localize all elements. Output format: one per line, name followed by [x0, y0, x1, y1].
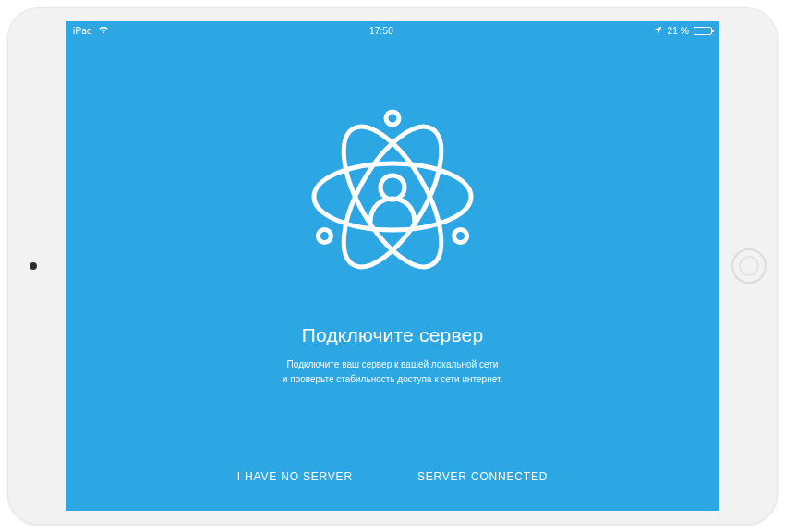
battery-icon: [694, 27, 712, 35]
svg-point-6: [380, 175, 405, 200]
status-bar-time: 17:50: [369, 26, 393, 36]
page-subtitle: Подключите ваш сервер к вашей локальной …: [283, 357, 502, 386]
svg-point-5: [318, 230, 331, 243]
server-connected-button[interactable]: SERVER CONNECTED: [417, 470, 548, 483]
wifi-icon: [98, 26, 109, 36]
status-bar-left: iPad: [73, 26, 109, 36]
page-title: Подключите сервер: [302, 324, 484, 346]
svg-point-4: [454, 230, 467, 243]
ipad-frame: iPad 17:50 21 %: [7, 7, 778, 525]
status-bar-right: 21 %: [654, 26, 712, 36]
battery-text: 21 %: [667, 26, 689, 36]
home-button-ring: [739, 256, 759, 276]
device-label: iPad: [73, 26, 92, 36]
location-icon: [654, 26, 662, 36]
footer-actions: I HAVE NO SERVER SERVER CONNECTED: [66, 461, 719, 511]
subtitle-line-2: и проверьте стабильность доступа к сети …: [283, 372, 502, 387]
screen: iPad 17:50 21 %: [66, 21, 719, 511]
main-content: Подключите сервер Подключите ваш сервер …: [66, 38, 719, 461]
svg-point-3: [386, 112, 399, 125]
camera-dot: [30, 262, 37, 270]
atom-user-icon: [300, 104, 485, 293]
status-bar: iPad 17:50 21 %: [66, 21, 719, 38]
subtitle-line-1: Подключите ваш сервер к вашей локальной …: [283, 357, 502, 372]
no-server-button[interactable]: I HAVE NO SERVER: [237, 470, 353, 483]
home-button[interactable]: [731, 248, 767, 284]
